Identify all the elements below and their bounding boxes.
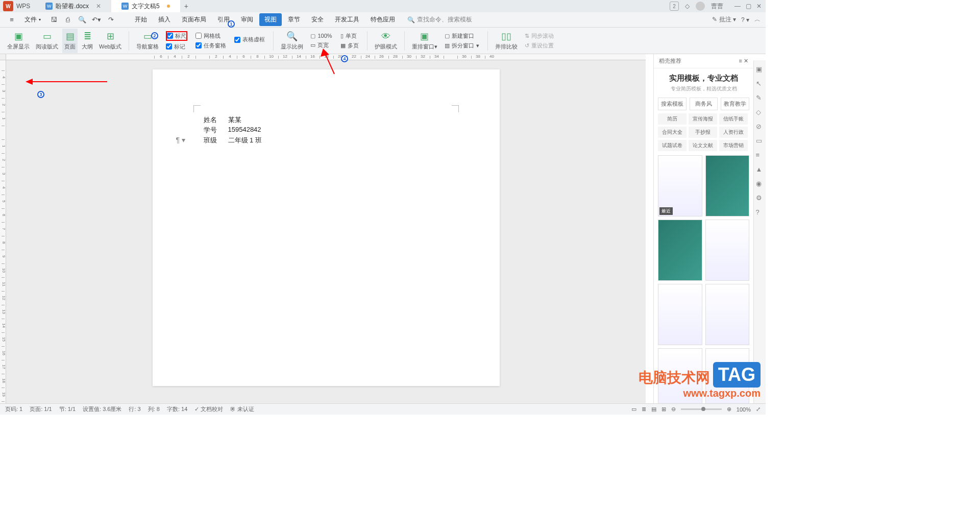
template-tag[interactable]: 市场营销 <box>719 140 748 151</box>
batch-comment[interactable]: ✎ 批注 ▾ <box>712 15 736 24</box>
document-tab[interactable]: W 盼望着.docx ✕ <box>35 0 111 12</box>
template-tag[interactable]: 人资行政 <box>719 127 748 138</box>
template-thumb[interactable] <box>658 220 702 281</box>
table-gridlines-checkbox[interactable]: 表格虚框 <box>234 36 265 43</box>
status-auth[interactable]: ⛨ 未认证 <box>230 405 254 413</box>
minimize-icon[interactable]: — <box>734 3 741 10</box>
menu-view[interactable]: 视图 <box>259 13 282 26</box>
fullscreen-button[interactable]: ▣全屏显示 <box>5 29 32 53</box>
menu-security[interactable]: 安全 <box>306 13 329 26</box>
one-page-button[interactable]: ▯ 单页 <box>340 32 359 40</box>
template-thumb[interactable] <box>705 284 750 345</box>
menu-search[interactable]: 🔍 查找命令、搜索模板 <box>407 15 472 24</box>
panel-title[interactable]: 稻壳推荐 <box>659 57 681 65</box>
image-icon[interactable]: ▲ <box>756 165 764 174</box>
view-mode-icon[interactable]: ⊞ <box>662 406 666 413</box>
document-tab-active[interactable]: W 文字文稿5 <box>111 0 180 12</box>
menu-insert[interactable]: 插入 <box>153 13 176 26</box>
markup-checkbox[interactable]: 标记 <box>166 43 187 51</box>
template-tag[interactable]: 手抄报 <box>689 127 717 138</box>
page-width-button[interactable]: ▭ 页宽 <box>310 41 332 49</box>
document-area[interactable]: ¶ ▾ 姓名某某 学号159542842 班级二年级 1 班 <box>6 60 646 403</box>
vertical-ruler[interactable]: 4321123456789101112131415161718192021222… <box>0 60 6 403</box>
template-tag[interactable]: 简历 <box>658 113 687 125</box>
status-section[interactable]: 节: 1/1 <box>59 405 76 413</box>
zoom-button[interactable]: 🔍显示比例 <box>279 29 305 53</box>
panel-tab-education[interactable]: 教育教学 <box>721 98 749 110</box>
menu-layout[interactable]: 页面布局 <box>177 13 211 26</box>
menu-icon[interactable]: ≡ <box>5 13 18 27</box>
style-icon[interactable]: ✎ <box>756 94 764 102</box>
split-window-button[interactable]: ▥ 拆分窗口▾ <box>445 42 479 50</box>
chart-icon[interactable]: ◉ <box>756 180 764 188</box>
avatar-icon[interactable] <box>696 2 705 11</box>
zoom-100-button[interactable]: ▢ 100% <box>310 33 332 39</box>
property-icon[interactable]: ≡ <box>756 151 764 159</box>
clipboard-icon[interactable]: ▭ <box>756 137 764 145</box>
arrange-button[interactable]: ▣重排窗口▾ <box>410 29 439 53</box>
horizontal-ruler[interactable]: 642246810121416182022242628303234363840 <box>6 54 646 60</box>
maximize-icon[interactable]: ▢ <box>746 3 751 10</box>
page[interactable]: ¶ ▾ 姓名某某 学号159542842 班级二年级 1 班 <box>153 69 500 386</box>
template-tag[interactable]: 试题试卷 <box>658 140 687 151</box>
status-words[interactable]: 字数: 14 <box>167 405 187 413</box>
help-icon[interactable]: ? ▾ <box>741 16 749 23</box>
template-thumb[interactable]: 最近 <box>658 155 702 216</box>
web-layout-button[interactable]: ⊞Web版式 <box>97 29 124 53</box>
outline-button[interactable]: ≣大纲 <box>80 29 95 53</box>
limit-icon[interactable]: ⊘ <box>756 123 764 131</box>
status-page-no[interactable]: 页码: 1 <box>5 405 22 413</box>
status-page[interactable]: 页面: 1/1 <box>30 405 52 413</box>
print-icon[interactable]: ⎙ <box>61 13 75 27</box>
fit-icon[interactable]: ⤢ <box>756 406 761 413</box>
menu-start[interactable]: 开始 <box>130 13 152 26</box>
undo-icon[interactable]: ↶▾ <box>90 13 103 27</box>
status-line[interactable]: 行: 3 <box>129 405 140 413</box>
template-tag[interactable]: 合同大全 <box>658 127 687 138</box>
status-position[interactable]: 设置值: 3.6厘米 <box>83 405 121 413</box>
collapse-ribbon-icon[interactable]: ︿ <box>754 15 761 24</box>
shape-icon[interactable]: ◇ <box>756 108 764 116</box>
zoom-value[interactable]: 100% <box>737 406 751 413</box>
view-mode-icon[interactable]: ▤ <box>651 406 656 413</box>
status-spellcheck[interactable]: ✓ 文档校对 <box>194 405 223 413</box>
file-menu[interactable]: 文件 ▾ <box>19 13 46 26</box>
page-layout-button[interactable]: ▤页面 <box>62 29 78 53</box>
panel-tab-search[interactable]: 搜索模板 <box>658 98 687 110</box>
skin-icon[interactable]: ◇ <box>685 3 690 10</box>
redo-icon[interactable]: ↷ <box>104 13 117 27</box>
status-col[interactable]: 列: 8 <box>148 405 160 413</box>
compare-button[interactable]: ▯▯并排比较 <box>493 29 520 53</box>
reading-layout-button[interactable]: ▭阅读版式 <box>34 29 60 53</box>
notification-icon[interactable]: 2 <box>670 2 679 11</box>
panel-menu-icon[interactable]: ≡ <box>739 58 742 64</box>
template-tag[interactable]: 论文文献 <box>689 140 717 151</box>
menu-devtools[interactable]: 开发工具 <box>330 13 364 26</box>
select-icon[interactable]: ↖ <box>756 80 764 88</box>
suitcase-icon[interactable]: ▣ <box>756 65 764 74</box>
gridlines-checkbox[interactable]: 网格线 <box>195 32 226 40</box>
zoom-slider[interactable] <box>681 408 722 410</box>
preview-icon[interactable]: 🔍 <box>76 13 89 27</box>
menu-references[interactable]: 引用 <box>212 13 235 26</box>
view-mode-icon[interactable]: ≣ <box>642 406 646 413</box>
menu-section[interactable]: 章节 <box>283 13 305 26</box>
close-window-icon[interactable]: ✕ <box>756 3 762 10</box>
nav-pane-button[interactable]: ▭导航窗格 <box>134 29 161 53</box>
zoom-out-icon[interactable]: ⊖ <box>671 406 676 413</box>
panel-tab-business[interactable]: 商务风 <box>690 98 718 110</box>
menu-special[interactable]: 特色应用 <box>365 13 400 26</box>
eye-mode-button[interactable]: 👁护眼模式 <box>373 29 399 53</box>
panel-close-icon[interactable]: ✕ <box>744 58 748 64</box>
close-icon[interactable]: ✕ <box>96 3 101 10</box>
help-sidebar-icon[interactable]: ? <box>756 208 764 216</box>
paragraph-mark-icon[interactable]: ¶ ▾ <box>176 136 185 144</box>
ruler-checkbox[interactable]: 标尺 <box>166 31 187 41</box>
save-icon[interactable]: 🖫 <box>47 13 60 27</box>
taskpane-checkbox[interactable]: 任务窗格 <box>195 42 226 50</box>
template-thumb[interactable] <box>705 220 750 281</box>
template-thumb[interactable] <box>705 155 750 216</box>
template-tag[interactable]: 信纸手账 <box>719 113 748 125</box>
settings-icon[interactable]: ⚙ <box>756 194 764 202</box>
new-window-button[interactable]: ▢ 新建窗口 <box>445 32 479 40</box>
